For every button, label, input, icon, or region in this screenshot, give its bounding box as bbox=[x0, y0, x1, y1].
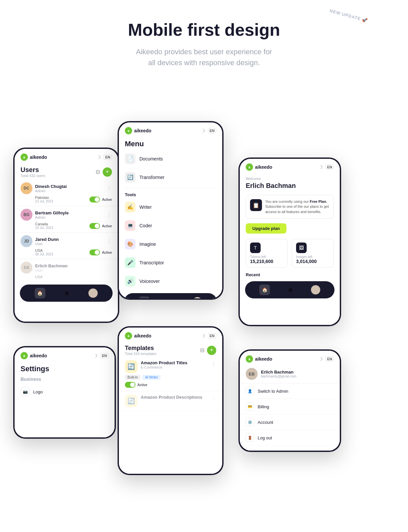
upgrade-plan-button[interactable]: Upgrade plan bbox=[246, 223, 286, 234]
toggle-switch[interactable] bbox=[89, 223, 100, 229]
moon-icon[interactable]: ☽ bbox=[93, 353, 98, 358]
stats-row: T Tokens left 15,210,600 🖼 Images left 3… bbox=[240, 236, 340, 270]
user-status-toggle[interactable]: Active bbox=[89, 249, 112, 255]
nav-profile-btn[interactable] bbox=[311, 285, 320, 294]
lang-badge[interactable]: EN bbox=[326, 164, 334, 170]
profile-menu-switch-admin[interactable]: 👤 Switch to Admin bbox=[240, 383, 340, 399]
user-item-dinesh: DC Dinesh Chugtai Admin ⋮ Pakistan 13 Ju… bbox=[15, 180, 118, 206]
templates-phone-bar: a aikeedo ☽ EN bbox=[119, 328, 222, 342]
writer-icon: ✍️ bbox=[125, 202, 135, 212]
fade-overlay bbox=[15, 418, 115, 437]
tokens-value: 15,210,600 bbox=[250, 259, 283, 264]
moon-icon[interactable]: ☽ bbox=[97, 155, 101, 160]
more-dots-icon[interactable]: ⋮ bbox=[107, 185, 112, 192]
profile-email: bachmanity@gmail.com bbox=[261, 375, 296, 378]
dashboard-phone-bar: a aikeedo ☽ EN bbox=[240, 159, 340, 173]
template-item-amazon-desc[interactable]: 🔄 Amazon Product Descriptions ⋮ bbox=[119, 391, 222, 411]
active-label: Active bbox=[102, 198, 112, 201]
users-bar-actions: ☽ EN bbox=[97, 155, 112, 160]
transformer-icon: 🔄 bbox=[125, 172, 135, 183]
avatar-dinesh: DC bbox=[21, 182, 32, 194]
menu-item-imagine[interactable]: 🎨 Imagine bbox=[119, 235, 222, 253]
bottom-nav-dashboard: 🏠 ⊞ bbox=[245, 281, 334, 298]
logo-icon: a bbox=[246, 163, 253, 171]
phones-container: a aikeedo ☽ EN Users Total 432 users bbox=[0, 81, 408, 495]
menu-item-coder[interactable]: 💻 Coder bbox=[119, 216, 222, 235]
menu-item-documents[interactable]: 📄 Documents bbox=[119, 150, 222, 168]
user-item-bertram: BG Bertram Gilfoyle Admin ⋮ Canada 10 Ju… bbox=[15, 206, 118, 233]
user-name: Bertram Gilfoyle bbox=[35, 210, 69, 215]
moon-icon[interactable]: ☽ bbox=[319, 356, 323, 362]
settings-section: Business bbox=[15, 375, 115, 384]
filter-icon[interactable]: ⊟ bbox=[96, 169, 100, 175]
transcriptor-icon: 🎤 bbox=[125, 257, 135, 268]
nav-home-btn[interactable]: 🏠 bbox=[259, 285, 270, 295]
recent-label: Recent bbox=[240, 270, 340, 279]
tools-section-label: Tools bbox=[119, 190, 222, 198]
profile-user-row: EB Erlich Bachman bachmanity@gmail.com bbox=[240, 365, 340, 383]
account-icon: ⚙️ bbox=[246, 418, 254, 426]
more-dots-icon[interactable]: ⋮ bbox=[107, 265, 112, 271]
templates-logo: a aikeedo bbox=[125, 332, 151, 339]
divider bbox=[125, 188, 216, 188]
lang-badge[interactable]: EN bbox=[104, 155, 112, 160]
welcome-name: Erlich Bachman bbox=[240, 182, 340, 193]
page-header: NEW UPDATE 🚀 Mobile first design Aikeedo… bbox=[0, 0, 408, 81]
tokens-card: T Tokens left 15,210,600 bbox=[246, 239, 288, 268]
lang-badge[interactable]: EN bbox=[326, 356, 334, 362]
filter-icon[interactable]: ⊟ bbox=[200, 347, 204, 353]
user-status-toggle[interactable]: Active bbox=[89, 223, 112, 229]
profile-menu-logout[interactable]: 🚪 Log out bbox=[240, 430, 340, 446]
nav-grid-btn[interactable]: ⊞ bbox=[285, 285, 296, 295]
nav-profile-btn[interactable] bbox=[88, 288, 98, 298]
nav-grid-btn[interactable]: ⊞ bbox=[62, 288, 72, 298]
templates-count: Total 243 templates bbox=[125, 352, 156, 356]
avatar-bertram: BG bbox=[21, 209, 32, 221]
images-value: 3,014,000 bbox=[296, 259, 330, 264]
profile-avatar: EB bbox=[246, 368, 258, 380]
nav-home-btn[interactable]: 🏠 bbox=[35, 288, 45, 298]
lang-badge[interactable]: EN bbox=[208, 333, 216, 338]
template-name: Amazon Product Descriptions bbox=[141, 395, 202, 400]
menu-item-transcriptor[interactable]: 🎤 Transcriptor bbox=[119, 253, 222, 272]
lang-badge[interactable]: EN bbox=[100, 353, 109, 358]
page-title: Mobile first design bbox=[7, 20, 401, 40]
toggle-switch[interactable] bbox=[89, 249, 100, 255]
template-item-amazon-titles[interactable]: 🔄 Amazon Product Titles E-Commerce ⋮ Bui… bbox=[119, 357, 222, 391]
more-dots-icon[interactable]: ⋮ bbox=[107, 238, 112, 244]
logo-icon: a bbox=[125, 332, 132, 339]
menu-item-transformer[interactable]: 🔄 Transformer bbox=[119, 168, 222, 187]
user-role: Admin bbox=[35, 215, 69, 219]
moon-icon[interactable]: ☽ bbox=[319, 164, 323, 170]
users-section-header: Users Total 432 users ⊟ + bbox=[15, 163, 118, 180]
moon-icon[interactable]: ☽ bbox=[201, 128, 205, 133]
documents-icon: 📄 bbox=[125, 154, 135, 164]
more-dots-icon[interactable]: ⋮ bbox=[211, 395, 216, 401]
nav-profile-btn[interactable] bbox=[193, 297, 202, 298]
more-dots-icon[interactable]: ⋮ bbox=[211, 360, 216, 367]
menu-logo: a aikeedo bbox=[125, 127, 151, 134]
menu-item-voiceover[interactable]: 🔊 Voiceover bbox=[119, 272, 222, 290]
settings-item-logo[interactable]: 📷 Logo bbox=[15, 384, 115, 400]
nav-home-btn[interactable]: 🏠 bbox=[139, 296, 150, 298]
tag-ai-writer: AI Writer bbox=[142, 375, 161, 380]
add-user-button[interactable]: + bbox=[103, 167, 112, 177]
profile-menu-account[interactable]: ⚙️ Account bbox=[240, 415, 340, 430]
coder-icon: 💻 bbox=[125, 220, 135, 231]
phone-profile: a aikeedo ☽ EN EB Erlich Bachman bachman… bbox=[238, 349, 341, 452]
user-status-toggle[interactable]: Active bbox=[89, 197, 112, 202]
menu-item-writer[interactable]: ✍️ Writer bbox=[119, 198, 222, 216]
nav-grid-btn[interactable]: ⊞ bbox=[166, 296, 177, 298]
user-date: 13 Jul, 2023 bbox=[35, 200, 53, 203]
profile-menu-billing[interactable]: 💳 Billing bbox=[240, 399, 340, 415]
toggle-switch[interactable] bbox=[89, 197, 100, 202]
lang-badge[interactable]: EN bbox=[208, 128, 216, 133]
users-phone-bar: a aikeedo ☽ EN bbox=[15, 149, 118, 163]
template-status[interactable]: Active bbox=[125, 382, 216, 388]
more-dots-icon[interactable]: ⋮ bbox=[107, 212, 112, 218]
add-template-button[interactable]: + bbox=[207, 346, 216, 355]
moon-icon[interactable]: ☽ bbox=[201, 333, 205, 338]
user-role: User bbox=[35, 268, 68, 272]
active-label: Active bbox=[102, 224, 112, 228]
template-toggle[interactable] bbox=[125, 382, 135, 388]
